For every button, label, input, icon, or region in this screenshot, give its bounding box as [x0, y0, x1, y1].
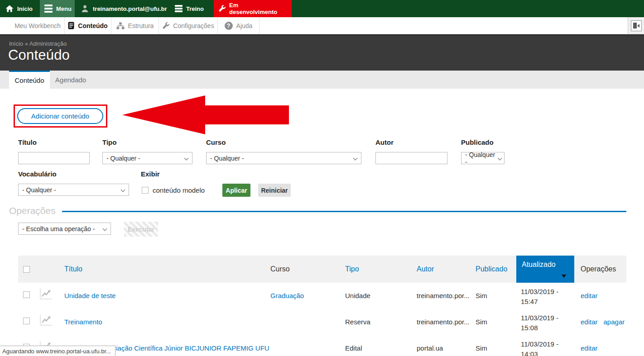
- tipo-filter-value: - Qualquer -: [106, 155, 140, 162]
- publicado-filter-value: - Qualquer -: [465, 151, 496, 166]
- row-title-link[interactable]: Unidade de teste: [64, 292, 115, 299]
- chevron-down-icon: [498, 156, 502, 161]
- row-publicado: Sim: [476, 318, 487, 326]
- row-checkbox[interactable]: [23, 291, 30, 298]
- page-title: Conteúdo: [8, 47, 70, 63]
- op-editar-link[interactable]: editar: [581, 292, 598, 299]
- annotation-arrow-icon: [122, 95, 205, 134]
- tabs-bar: Conteúdo Agendado: [0, 71, 644, 89]
- admin-item-label: Início: [17, 5, 33, 12]
- tipo-filter-label: Tipo: [102, 138, 116, 146]
- execute-button-disabled: Executar: [124, 222, 158, 237]
- row-tipo: Unidade: [345, 292, 370, 299]
- tipo-filter-select[interactable]: - Qualquer -: [102, 152, 192, 164]
- toolbar-item-estrutura[interactable]: Estrutura: [111, 17, 159, 34]
- toolbar-item-meu-workbench[interactable]: Meu Workbench: [11, 17, 64, 34]
- question-icon: ?: [225, 22, 233, 30]
- select-all-checkbox[interactable]: [23, 266, 30, 273]
- conteudo-modelo-label: conteúdo modelo: [153, 186, 205, 194]
- admin-item-inicio[interactable]: Início: [1, 0, 37, 17]
- admin-item-treino[interactable]: Treino: [170, 0, 208, 17]
- hamburger-icon: [44, 5, 53, 13]
- tab-agendado[interactable]: Agendado: [50, 71, 91, 89]
- header-publicado[interactable]: Publicado: [476, 265, 507, 273]
- table-header: Título Curso Tipo Autor Publicado Atuali…: [18, 256, 626, 283]
- home-icon: [5, 5, 14, 12]
- chevron-down-icon: [353, 156, 358, 161]
- admin-item-label: Menu: [56, 5, 72, 12]
- row-operations: editarapagar: [581, 318, 625, 326]
- autor-filter-input[interactable]: [375, 152, 447, 164]
- reset-button[interactable]: Reiniciar: [258, 184, 291, 197]
- row-title-link[interactable]: Treinamento: [64, 318, 102, 326]
- row-atualizado: 11/03/2019 - 15:47: [521, 287, 570, 307]
- chevron-down-icon: [103, 227, 107, 231]
- op-editar-link[interactable]: editar: [581, 318, 598, 326]
- curso-filter-select[interactable]: - Qualquer -: [206, 152, 361, 164]
- row-autor: portal.ua: [417, 344, 443, 352]
- toolbar-item-label: Ajuda: [236, 22, 253, 29]
- op-apagar-link[interactable]: apagar: [604, 318, 625, 326]
- header-atualizado-sorted[interactable]: Atualizado: [516, 256, 574, 283]
- vocabulario-filter-label: Vocabulário: [18, 170, 57, 178]
- titulo-filter-input[interactable]: [18, 152, 90, 164]
- row-checkbox[interactable]: [23, 318, 30, 324]
- operation-select-value: - Escolha uma operação -: [22, 225, 95, 233]
- vocabulario-filter-value: - Qualquer -: [22, 186, 56, 194]
- row-curso-link[interactable]: Graduação: [270, 292, 304, 299]
- header-autor[interactable]: Autor: [417, 265, 434, 273]
- apply-label: Aplicar: [226, 187, 247, 194]
- row-operations: editar: [581, 292, 598, 299]
- conteudo-modelo-checkbox[interactable]: [142, 187, 149, 194]
- tab-label: Conteúdo: [14, 76, 44, 84]
- header-titulo[interactable]: Título: [64, 265, 82, 273]
- admin-item-menu[interactable]: Menu: [40, 0, 75, 17]
- row-autor: treinamento.por...: [417, 292, 470, 299]
- admin-item-user[interactable]: treinamento.portal@ufu.br: [76, 0, 172, 17]
- table-body: Unidade de teste Graduação Unidade trein…: [18, 283, 626, 356]
- chevron-down-icon: [184, 156, 189, 161]
- curso-filter-label: Curso: [206, 138, 226, 146]
- operation-select[interactable]: - Escolha uma operação -: [18, 223, 111, 235]
- page-header: Início » Administração Conteúdo: [0, 34, 644, 71]
- vocabulario-filter-select[interactable]: - Qualquer -: [18, 184, 129, 196]
- row-autor: treinamento.por...: [417, 318, 470, 326]
- tab-label: Agendado: [55, 76, 86, 84]
- header-tipo[interactable]: Tipo: [345, 265, 359, 273]
- admin-item-label: treinamento.portal@ufu.br: [93, 5, 167, 12]
- trend-chart-icon: [40, 314, 52, 326]
- toolbar-item-ajuda[interactable]: ? Ajuda: [218, 17, 260, 34]
- sitemap-icon: [116, 22, 125, 29]
- toolbar-item-label: Configurações: [173, 22, 214, 29]
- autor-filter-label: Autor: [375, 138, 394, 146]
- publicado-filter-label: Publicado: [461, 138, 494, 146]
- op-editar-link[interactable]: editar: [581, 344, 598, 352]
- table-row: Treinamento Reserva treinamento.por... S…: [18, 309, 626, 335]
- wrench-icon: [162, 22, 169, 29]
- row-publicado: Sim: [476, 344, 487, 352]
- admin-item-label: Treino: [186, 5, 204, 12]
- status-text: Aguardando www.treino.portal-ua.ufu.br..…: [2, 348, 111, 355]
- apply-button[interactable]: Aplicar: [222, 184, 250, 197]
- exibir-filter-label: Exibir: [141, 170, 160, 178]
- secondary-toolbar: Meu Workbench Conteúdo Estrutura Configu…: [0, 17, 644, 34]
- row-tipo: Reserva: [345, 318, 370, 326]
- toolbar-item-label: Conteúdo: [78, 22, 107, 29]
- row-tipo: Edital: [345, 344, 362, 352]
- tab-conteudo[interactable]: Conteúdo: [9, 71, 50, 89]
- add-content-button[interactable]: Adicionar conteúdo: [17, 108, 103, 124]
- toolbar-item-conteudo[interactable]: Conteúdo: [64, 17, 111, 34]
- sort-desc-icon: [562, 275, 566, 278]
- publicado-filter-select[interactable]: - Qualquer -: [461, 152, 505, 164]
- server-icon: [175, 5, 183, 12]
- breadcrumb[interactable]: Início » Administração: [9, 40, 67, 47]
- toolbar-item-configuracoes[interactable]: Configurações: [159, 17, 218, 34]
- header-atualizado-label: Atualizado: [522, 261, 556, 269]
- admin-item-em-desenvolvimento[interactable]: Em desenvolvimento: [214, 0, 292, 17]
- titulo-filter-label: Título: [18, 138, 37, 146]
- row-operations: editar: [581, 344, 598, 352]
- admin-item-label: Em desenvolvimento: [229, 2, 287, 15]
- reset-label: Reiniciar: [261, 187, 288, 194]
- execute-label: Executar: [128, 226, 154, 233]
- collapse-panel-icon[interactable]: [631, 20, 642, 31]
